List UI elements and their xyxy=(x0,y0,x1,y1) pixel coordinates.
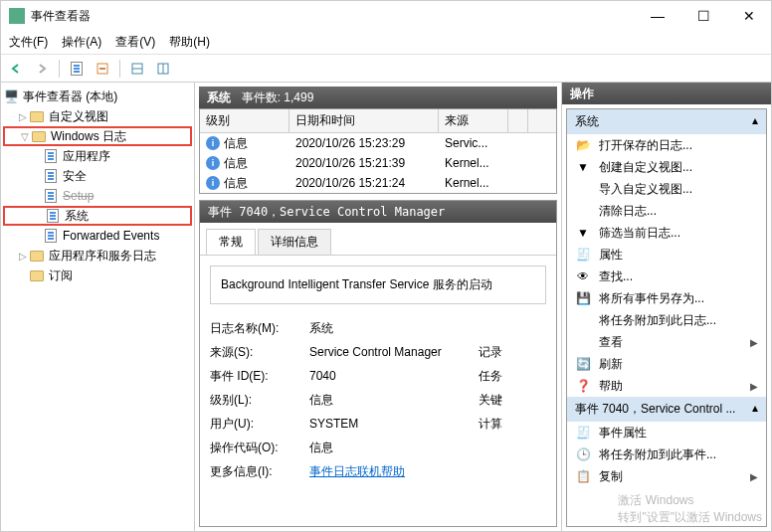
collapse-icon[interactable]: ▴ xyxy=(752,401,758,418)
table-row[interactable]: i信息2020/10/26 15:21:39Kernel... xyxy=(200,153,556,173)
action-attach-task-log[interactable]: 将任务附加到此日志... xyxy=(567,309,766,331)
menu-view[interactable]: 查看(V) xyxy=(115,34,155,51)
action-save-as[interactable]: 💾将所有事件另存为... xyxy=(567,287,766,309)
actions-header: 操作 xyxy=(562,83,771,104)
collapse-icon[interactable]: ▽ xyxy=(19,131,31,142)
expand-icon[interactable]: ▷ xyxy=(17,251,29,262)
log-icon xyxy=(43,148,59,164)
attach-icon xyxy=(575,312,591,328)
filter-icon: ▼ xyxy=(575,225,591,241)
k-level: 级别(L): xyxy=(210,392,309,409)
chevron-right-icon: ▶ xyxy=(750,337,758,348)
tab-general[interactable]: 常规 xyxy=(206,229,256,255)
attach-icon: 🕒 xyxy=(575,446,591,462)
col-level[interactable]: 级别 xyxy=(200,109,290,132)
expand-icon[interactable]: ▷ xyxy=(17,111,29,122)
table-row[interactable]: i信息2020/10/26 15:21:24Kernel... xyxy=(200,173,556,193)
cell-level: 信息 xyxy=(224,135,248,152)
window-title: 事件查看器 xyxy=(31,8,644,25)
tree-app-service-logs[interactable]: ▷ 应用程序和服务日志 xyxy=(3,246,192,266)
actions-pane: 操作 系统▴ 📂打开保存的日志... ▼创建自定义视图... 导入自定义视图..… xyxy=(562,83,771,531)
grid-header: 级别 日期和时间 来源 xyxy=(200,109,556,133)
action-copy[interactable]: 📋复制▶ xyxy=(567,465,766,487)
toolbar-btn-4[interactable] xyxy=(152,58,174,80)
link-online-help[interactable]: 事件日志联机帮助 xyxy=(309,463,479,480)
toolbar xyxy=(1,55,771,83)
eventviewer-icon: 🖥️ xyxy=(3,89,19,104)
k-more: 更多信息(I): xyxy=(210,463,309,480)
menu-file[interactable]: 文件(F) xyxy=(9,34,48,51)
action-event-properties[interactable]: 🧾事件属性 xyxy=(567,422,766,443)
minimize-button[interactable]: — xyxy=(644,6,672,26)
close-button[interactable]: ✕ xyxy=(735,6,763,26)
svg-rect-1 xyxy=(99,68,105,70)
tree-security[interactable]: 安全 xyxy=(3,166,192,186)
collapse-icon[interactable]: ▴ xyxy=(752,113,758,130)
tree-forwarded[interactable]: Forwarded Events xyxy=(3,226,192,246)
action-refresh[interactable]: 🔄刷新 xyxy=(567,353,766,375)
log-icon xyxy=(43,188,59,204)
toolbar-btn-2[interactable] xyxy=(92,58,113,80)
copy-icon: 📋 xyxy=(575,468,591,484)
action-find[interactable]: 👁查找... xyxy=(567,266,766,287)
action-group-event[interactable]: 事件 7040，Service Control ...▴ xyxy=(567,397,766,422)
k2-keywords: 关键 xyxy=(479,392,518,409)
toolbar-btn-1[interactable] xyxy=(66,58,88,80)
action-filter-log[interactable]: ▼筛选当前日志... xyxy=(567,222,766,244)
refresh-icon: 🔄 xyxy=(575,356,591,372)
col-extra[interactable] xyxy=(508,109,528,132)
menu-action[interactable]: 操作(A) xyxy=(62,34,101,51)
tree-custom-views[interactable]: ▷ 自定义视图 xyxy=(3,106,192,126)
chevron-right-icon: ▶ xyxy=(750,471,758,482)
action-view[interactable]: 查看▶ xyxy=(567,331,766,353)
action-open-saved-log[interactable]: 📂打开保存的日志... xyxy=(567,134,766,156)
cell-datetime: 2020/10/26 15:23:29 xyxy=(290,134,439,152)
count-value: 1,499 xyxy=(284,90,313,104)
forward-button[interactable] xyxy=(31,58,53,80)
action-properties[interactable]: 🧾属性 xyxy=(567,244,766,266)
toolbar-btn-3[interactable] xyxy=(126,58,148,80)
v-eventid: 7040 xyxy=(309,369,479,383)
tree-windows-logs[interactable]: ▽ Windows 日志 xyxy=(3,126,192,146)
folder-icon xyxy=(29,267,45,283)
tab-details[interactable]: 详细信息 xyxy=(258,229,331,255)
cell-datetime: 2020/10/26 15:21:24 xyxy=(290,174,439,192)
tree-application[interactable]: 应用程序 xyxy=(3,146,192,166)
detail-pane: 事件 7040，Service Control Manager 常规 详细信息 … xyxy=(199,200,557,527)
open-icon: 📂 xyxy=(575,137,591,153)
title-bar: 事件查看器 — ☐ ✕ xyxy=(1,1,771,31)
cell-source: Kernel... xyxy=(439,154,508,172)
action-attach-task-event[interactable]: 🕒将任务附加到此事件... xyxy=(567,443,766,465)
col-source[interactable]: 来源 xyxy=(439,109,508,132)
tree-pane: 🖥️ 事件查看器 (本地) ▷ 自定义视图 ▽ Windows 日志 应用程序 … xyxy=(1,83,195,531)
tree-subscriptions[interactable]: 订阅 xyxy=(3,266,192,285)
table-row[interactable]: i信息2020/10/26 15:23:29Servic... xyxy=(200,133,556,153)
middle-pane: 系统 事件数: 1,499 级别 日期和时间 来源 i信息2020/10/26 … xyxy=(195,83,562,531)
menu-help[interactable]: 帮助(H) xyxy=(169,34,210,51)
v-logname: 系统 xyxy=(309,320,479,337)
tree-system[interactable]: 系统 xyxy=(3,206,192,226)
cell-source: Servic... xyxy=(439,134,508,152)
log-icon xyxy=(43,168,59,184)
back-button[interactable] xyxy=(5,58,27,80)
tree-setup[interactable]: Setup xyxy=(3,186,192,206)
v-opcode: 信息 xyxy=(309,440,479,456)
maximize-button[interactable]: ☐ xyxy=(689,6,717,26)
k-opcode: 操作代码(O): xyxy=(210,440,309,456)
events-grid: 级别 日期和时间 来源 i信息2020/10/26 15:23:29Servic… xyxy=(199,108,557,194)
tree-root[interactable]: 🖥️ 事件查看器 (本地) xyxy=(3,87,192,106)
chevron-right-icon: ▶ xyxy=(750,381,758,392)
action-help[interactable]: ❓帮助▶ xyxy=(567,375,766,397)
k-eventid: 事件 ID(E): xyxy=(210,368,309,385)
action-clear-log[interactable]: 清除日志... xyxy=(567,200,766,222)
count-label: 事件数: xyxy=(242,89,281,106)
find-icon: 👁 xyxy=(575,268,591,284)
clear-icon xyxy=(575,203,591,219)
folder-icon xyxy=(31,128,47,144)
folder-icon xyxy=(29,108,45,124)
action-import-custom-view[interactable]: 导入自定义视图... xyxy=(567,178,766,200)
action-group-system[interactable]: 系统▴ xyxy=(567,109,766,134)
k2-computer: 计算 xyxy=(479,416,518,433)
action-create-custom-view[interactable]: ▼创建自定义视图... xyxy=(567,156,766,178)
col-datetime[interactable]: 日期和时间 xyxy=(290,109,439,132)
